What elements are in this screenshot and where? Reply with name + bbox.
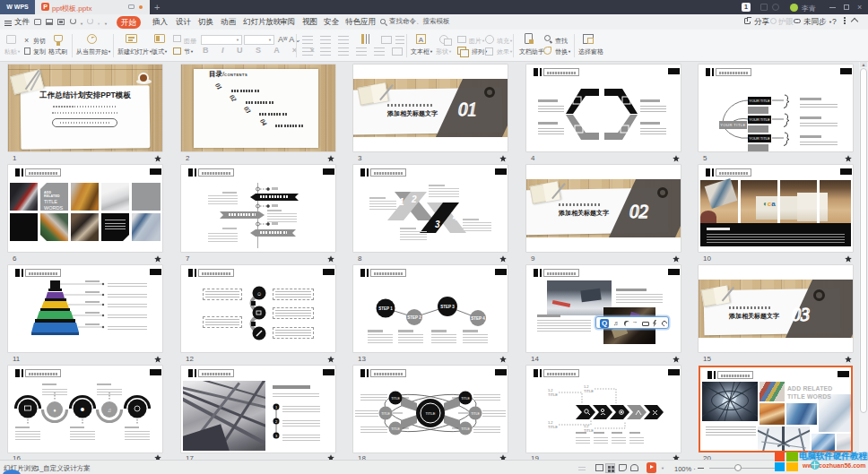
svg-text:☺: ☺	[256, 291, 262, 297]
svg-text:♦: ♦	[53, 408, 56, 413]
svg-text:3: 3	[435, 220, 440, 229]
svg-text:STEP 1: STEP 1	[378, 306, 393, 311]
svg-text:2: 2	[411, 194, 417, 204]
svg-text:4: 4	[452, 212, 458, 222]
svg-text:☻: ☻	[79, 406, 85, 412]
svg-text:TITLE: TITLE	[461, 397, 470, 401]
svg-text:1: 1	[399, 197, 404, 207]
svg-text:STEP 4: STEP 4	[471, 316, 485, 321]
svg-text:TITLE: TITLE	[471, 412, 480, 416]
svg-text:TITLE: TITLE	[391, 427, 400, 431]
svg-text:STEP 3: STEP 3	[440, 305, 455, 309]
svg-text:STEP 2: STEP 2	[407, 315, 421, 320]
svg-text:TITLE: TITLE	[461, 427, 470, 431]
svg-text:TITLE: TITLE	[381, 412, 390, 416]
svg-text:TITLE: TITLE	[391, 397, 400, 401]
svg-text:TITLE: TITLE	[426, 411, 436, 416]
svg-text:♫: ♫	[108, 408, 112, 413]
